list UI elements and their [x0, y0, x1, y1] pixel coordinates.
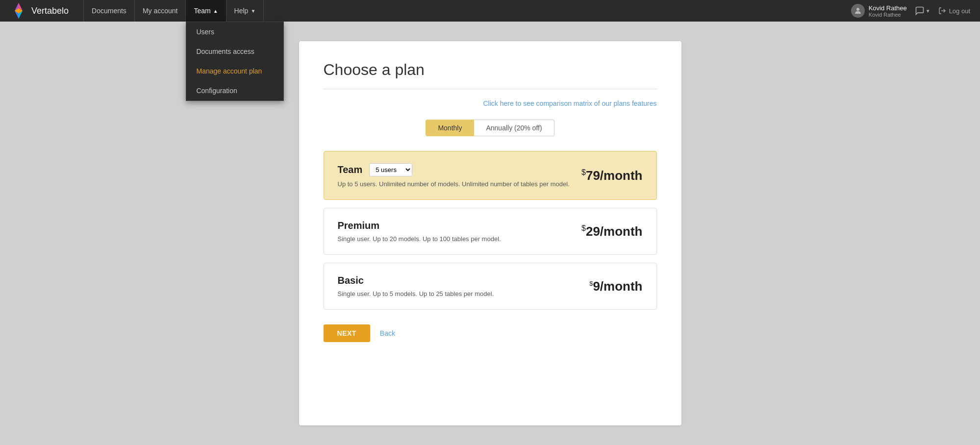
brand-name: Vertabelo [31, 6, 69, 16]
navbar: Vertabelo Documents My account Team ▲ Us… [0, 0, 980, 22]
user-details: Kovid Rathee Kovid Rathee [869, 4, 907, 18]
plan-basic-price: $9/month [589, 279, 642, 294]
brand-logo[interactable]: Vertabelo [10, 2, 69, 20]
nav-right: Kovid Rathee Kovid Rathee ▼ Log out [851, 4, 970, 18]
team-dropdown-arrow: ▲ [213, 8, 218, 14]
plan-premium-price: $29/month [581, 224, 642, 239]
logo-icon [10, 2, 27, 20]
back-link[interactable]: Back [380, 329, 395, 337]
page-background: Choose a plan Click here to see comparis… [0, 22, 980, 445]
nav-documents[interactable]: Documents [83, 0, 135, 22]
dropdown-configuration[interactable]: Configuration [186, 81, 283, 100]
user-name: Kovid Rathee [869, 4, 907, 12]
plan-team-name: Team [338, 164, 363, 175]
plan-basic-header: Basic [338, 275, 590, 286]
user-info: Kovid Rathee Kovid Rathee [851, 4, 907, 18]
nav-help[interactable]: Help ▼ [226, 0, 264, 22]
nav-my-account[interactable]: My account [135, 0, 186, 22]
logout-label: Log out [949, 7, 970, 15]
plan-basic-desc: Single user. Up to 5 models. Up to 25 ta… [338, 290, 590, 297]
plan-team-price: $79/month [581, 168, 642, 183]
dropdown-users[interactable]: Users [186, 22, 283, 42]
next-button[interactable]: NEXT [324, 324, 370, 342]
billing-toggle: Monthly Annually (20% off) [324, 120, 657, 136]
annually-toggle[interactable]: Annually (20% off) [474, 120, 554, 136]
content-card: Choose a plan Click here to see comparis… [299, 41, 681, 425]
monthly-toggle[interactable]: Monthly [426, 120, 474, 136]
plan-premium-desc: Single user. Up to 20 models. Up to 100 … [338, 235, 582, 243]
logout-button[interactable]: Log out [938, 7, 970, 15]
page-title: Choose a plan [324, 61, 657, 79]
nav-team[interactable]: Team ▲ Users Documents access Manage acc… [186, 0, 226, 22]
svg-point-6 [856, 8, 859, 11]
dropdown-documents-access[interactable]: Documents access [186, 42, 283, 61]
plan-premium[interactable]: Premium Single user. Up to 20 models. Up… [324, 208, 657, 255]
actions: NEXT Back [324, 324, 657, 342]
team-dropdown-menu: Users Documents access Manage account pl… [186, 22, 284, 101]
comparison-link-container: Click here to see comparison matrix of o… [324, 99, 657, 108]
chat-button[interactable]: ▼ [915, 6, 930, 16]
chat-dropdown-arrow: ▼ [926, 8, 930, 14]
plan-team-desc: Up to 5 users. Unlimited number of model… [338, 180, 582, 188]
plan-team-header: Team 5 users 10 users 15 users 20 users [338, 163, 582, 176]
user-avatar [851, 4, 865, 18]
plan-premium-info: Premium Single user. Up to 20 models. Up… [338, 220, 582, 243]
plan-team[interactable]: Team 5 users 10 users 15 users 20 users … [324, 151, 657, 200]
plan-premium-name: Premium [338, 220, 380, 231]
plan-basic-name: Basic [338, 275, 364, 286]
nav-items: Documents My account Team ▲ Users Docume… [83, 0, 851, 22]
help-dropdown-arrow: ▼ [251, 8, 255, 14]
comparison-link[interactable]: Click here to see comparison matrix of o… [483, 99, 656, 107]
plan-premium-header: Premium [338, 220, 582, 231]
user-email: Kovid Rathee [869, 12, 907, 18]
team-users-select[interactable]: 5 users 10 users 15 users 20 users [369, 163, 412, 176]
divider [324, 89, 657, 89]
plan-premium-currency: $ [581, 224, 586, 232]
dropdown-manage-account-plan[interactable]: Manage account plan [186, 61, 283, 81]
plan-basic[interactable]: Basic Single user. Up to 5 models. Up to… [324, 263, 657, 310]
plan-team-currency: $ [581, 168, 586, 176]
plan-team-info: Team 5 users 10 users 15 users 20 users … [338, 163, 582, 188]
plan-basic-info: Basic Single user. Up to 5 models. Up to… [338, 275, 590, 297]
